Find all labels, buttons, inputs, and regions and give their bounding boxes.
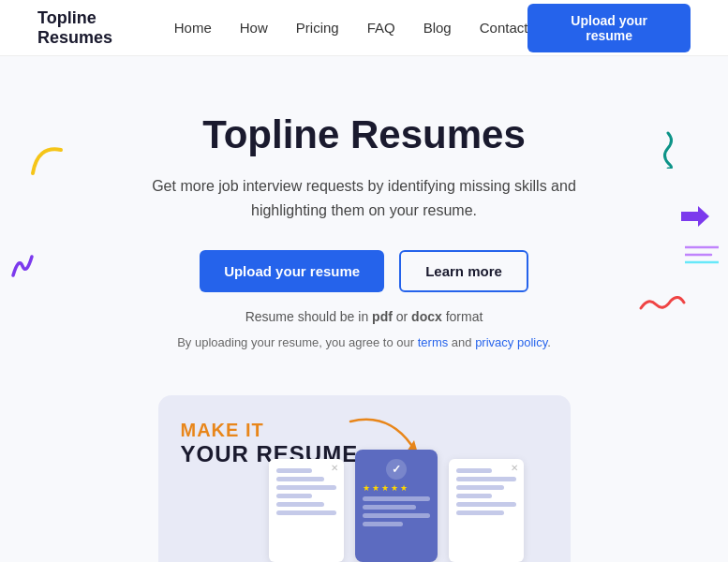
nav-pricing[interactable]: Pricing [296,20,339,36]
hero-format-note: Resume should be in pdf or docx format [37,309,691,324]
star-row: ★ ★ ★ ★ ★ [363,483,430,493]
nav-upload-button[interactable]: Upload your resume [527,4,691,52]
close-x-icon: ✕ [331,463,338,473]
brand-logo: Topline Resumes [37,8,174,48]
nav-faq[interactable]: FAQ [367,20,395,36]
illus-mockup: ✕ ★ ★ ★ ★ ★ ✕ [269,450,524,562]
legal-pre: By uploading your resume, you agree to o… [177,335,418,349]
nav-contact[interactable]: Contact [480,20,528,36]
hero-legal-text: By uploading your resume, you agree to o… [37,335,691,349]
format-pdf: pdf [372,309,393,324]
format-pre: Resume should be in [245,309,372,324]
nav-blog[interactable]: Blog [423,20,452,36]
legal-terms-link[interactable]: terms [418,335,449,349]
legal-privacy-link[interactable]: privacy policy [475,335,547,349]
format-post: format [442,309,483,324]
legal-end: . [547,335,551,349]
checkmark-circle [386,459,407,480]
illustration-section: MAKE IT YOUR RESUME ✕ ★ ★ ★ ★ ★ [158,395,571,562]
hero-title: Topline Resumes [37,112,691,157]
format-or: or [393,309,411,324]
doc-card-main: ★ ★ ★ ★ ★ [355,450,438,562]
illus-make-it: MAKE IT [181,420,359,441]
hero-subtitle: Get more job interview requests by ident… [130,174,599,222]
doc-card-left: ✕ [269,459,344,562]
hero-buttons: Upload your resume Learn more [37,250,691,292]
nav-how[interactable]: How [240,20,268,36]
hero-learn-more-button[interactable]: Learn more [399,250,528,292]
navbar: Topline Resumes Home How Pricing FAQ Blo… [0,0,728,56]
deco-arrow-shape [681,206,709,232]
close-x-right-icon: ✕ [511,463,518,473]
nav-home[interactable]: Home [174,20,212,36]
format-docx: docx [411,309,442,324]
hero-upload-button[interactable]: Upload your resume [200,250,384,292]
nav-links: Home How Pricing FAQ Blog Contact [174,20,528,37]
deco-squiggle-left-shape [9,253,36,285]
hero-section: Topline Resumes Get more job interview r… [0,56,728,377]
svg-marker-0 [681,206,709,227]
legal-and: and [448,335,475,349]
doc-card-right: ✕ [449,459,524,562]
